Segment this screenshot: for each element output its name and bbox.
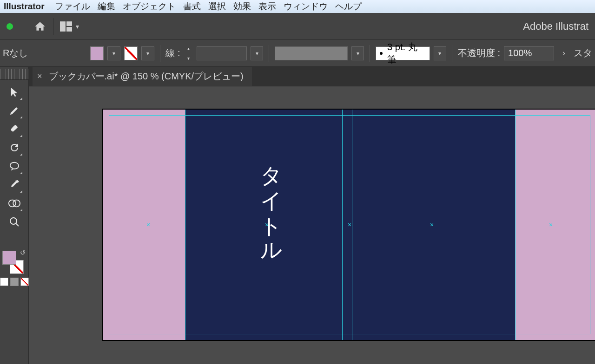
menu-type[interactable]: 書式 [183, 0, 201, 13]
divider [452, 45, 452, 62]
divider [269, 45, 269, 62]
lasso-tool[interactable] [5, 157, 24, 176]
workspace-switcher[interactable]: ▾ [60, 21, 79, 32]
close-icon[interactable]: × [37, 72, 42, 81]
paintbrush-tool[interactable] [5, 120, 24, 138]
stroke-weight-dropdown[interactable]: ▾ [251, 46, 263, 60]
stroke-weight-field[interactable] [197, 46, 247, 60]
eyedropper-tool[interactable] [5, 176, 24, 194]
menu-object[interactable]: オブジェクト [123, 0, 176, 13]
brush-dot-icon [380, 52, 383, 55]
trim-box-guide [109, 115, 590, 334]
fill-color-swatch[interactable] [2, 251, 16, 265]
chevron-down-icon: ▾ [76, 23, 79, 30]
artboard[interactable]: × × × × × タイトル [103, 110, 595, 340]
variable-width-profile[interactable] [275, 46, 348, 60]
canvas[interactable]: × × × × × タイトル [29, 86, 595, 364]
color-mode-none[interactable] [20, 278, 29, 286]
ruler-corner [0, 69, 28, 80]
brush-definition-field[interactable]: 3 pt. 丸筆 [376, 46, 430, 60]
color-mode-gradient[interactable] [10, 278, 19, 286]
stroke-label: 線 : [165, 47, 180, 59]
divider [160, 45, 160, 62]
svg-rect-1 [66, 21, 72, 26]
fill-stroke-control[interactable]: ↺ [2, 251, 24, 274]
stroke-swatch[interactable] [124, 46, 138, 60]
tools-panel: ↺ [0, 67, 29, 364]
app-title: Adobe Illustrat [523, 20, 588, 32]
menu-help[interactable]: ヘルプ [335, 0, 362, 13]
svg-point-5 [10, 218, 17, 224]
menu-window[interactable]: ウィンドウ [284, 0, 328, 13]
home-icon[interactable] [33, 20, 46, 32]
style-label: スタ [574, 47, 592, 59]
menu-view[interactable]: 表示 [258, 0, 276, 13]
fill-swatch-dropdown[interactable]: ▾ [107, 46, 120, 60]
document-tab[interactable]: × ブックカバー.ai* @ 150 % (CMYK/プレビュー) [33, 67, 252, 86]
fill-swatch[interactable] [90, 46, 104, 60]
stroke-weight-stepper[interactable]: ▴▾ [184, 46, 193, 61]
book-title-text[interactable]: タイトル [258, 150, 286, 254]
stroke-swatch-dropdown[interactable]: ▾ [141, 46, 154, 60]
document-area: × ブックカバー.ai* @ 150 % (CMYK/プレビュー) [29, 67, 595, 364]
selection-label: Rなし [3, 47, 28, 59]
brush-definition-text: 3 pt. 丸筆 [387, 41, 425, 66]
app-bar: ▾ Adobe Illustrat [0, 13, 595, 40]
shape-builder-tool[interactable] [5, 194, 24, 213]
svg-rect-2 [66, 27, 72, 32]
menu-effect[interactable]: 効果 [233, 0, 251, 13]
menu-select[interactable]: 選択 [208, 0, 226, 13]
zoom-tool[interactable] [5, 213, 24, 231]
color-mode-swatches [0, 278, 29, 286]
window-traffic-light-icon[interactable] [7, 23, 13, 30]
color-mode-color[interactable] [0, 278, 8, 286]
document-tab-title: ブックカバー.ai* @ 150 % (CMYK/プレビュー) [49, 70, 244, 83]
document-tab-bar: × ブックカバー.ai* @ 150 % (CMYK/プレビュー) [29, 67, 595, 86]
swap-fill-stroke-icon[interactable]: ↺ [20, 249, 26, 256]
menu-edit[interactable]: 編集 [98, 0, 115, 13]
menu-file[interactable]: ファイル [55, 0, 90, 13]
divider [53, 18, 53, 35]
selection-tool[interactable] [5, 83, 24, 101]
menu-app-name[interactable]: Illustrator [4, 1, 45, 12]
brush-definition-dropdown[interactable]: ▾ [434, 46, 446, 60]
opacity-field[interactable]: 100% [504, 46, 554, 60]
svg-rect-0 [60, 21, 66, 32]
opacity-label: 不透明度 : [458, 47, 500, 59]
opacity-dropdown-icon[interactable]: › [558, 48, 570, 58]
rotate-tool[interactable] [5, 138, 24, 157]
divider [370, 45, 370, 62]
workspace: ↺ × ブックカバー.ai* @ 150 % (CMYK/プレビュー) [0, 67, 595, 364]
control-bar: Rなし ▾ ▾ 線 : ▴▾ ▾ ▾ 3 pt. 丸筆 ▾ 不透明度 : 100… [0, 40, 595, 67]
svg-point-4 [13, 200, 20, 207]
variable-width-dropdown[interactable]: ▾ [351, 46, 364, 60]
os-menu-bar: Illustrator ファイル 編集 オブジェクト 書式 選択 効果 表示 ウ… [0, 0, 595, 13]
pen-tool[interactable] [5, 101, 24, 120]
